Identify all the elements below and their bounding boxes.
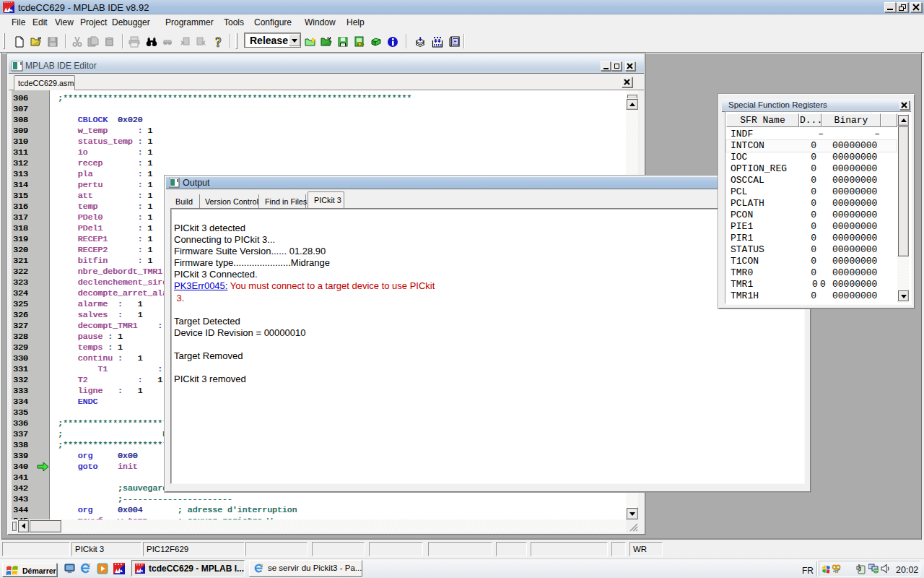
svg-text:?: ?	[215, 36, 222, 48]
